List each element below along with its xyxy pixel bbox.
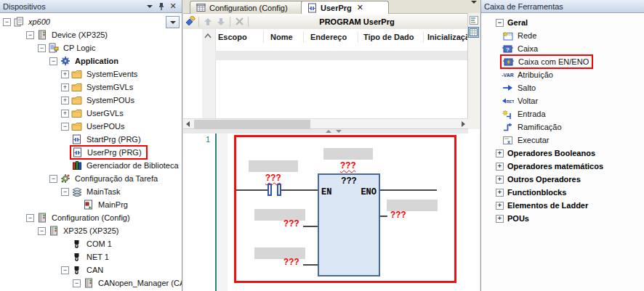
collapse-minus-icon[interactable]: −	[3, 18, 11, 26]
toolbox-item-caixa[interactable]: ?Caixa	[481, 42, 644, 55]
collapse-minus-icon[interactable]: −	[38, 44, 46, 52]
expand-plus-icon[interactable]: +	[496, 163, 504, 171]
expand-plus-icon[interactable]: +	[61, 83, 69, 91]
collapse-minus-icon[interactable]: −	[61, 123, 69, 131]
tab-configuration[interactable]: Configuration (Config)	[190, 1, 309, 14]
contact-var-placeholder[interactable]	[249, 160, 298, 172]
collapse-minus-icon[interactable]: −	[61, 266, 69, 274]
move-up-button[interactable]	[201, 15, 214, 28]
tab-close-icon[interactable]: ✕	[357, 3, 363, 12]
close-panel-button[interactable]: ✕	[167, 1, 179, 12]
column-header-endere-o[interactable]: Endereço	[310, 33, 347, 41]
expand-plus-icon[interactable]: +	[496, 176, 504, 184]
tree-item-maintask[interactable]: −MainTask	[0, 185, 182, 198]
tabular-view-button[interactable]	[468, 27, 479, 38]
tree-item-userprg-prg[interactable]: −UserPrg (PRG)	[0, 146, 182, 159]
expand-plus-icon[interactable]: +	[61, 97, 69, 104]
toolbox-item-atribui-o[interactable]: -VARAtribuição	[481, 68, 644, 81]
column-header-escopo[interactable]: Escopo	[218, 33, 247, 41]
input1-label[interactable]: ???	[283, 220, 299, 229]
expand-plus-icon[interactable]: +	[496, 189, 504, 197]
tree-item-cp-logic[interactable]: −CP Logic	[0, 41, 182, 54]
toolbox-item-executar[interactable]: xExecutar	[481, 134, 644, 147]
tree-item-xp325-xp325[interactable]: −XP325 (XP325)	[0, 224, 182, 237]
scroll-left-button[interactable]	[183, 119, 193, 128]
collapse-minus-icon[interactable]: −	[49, 175, 57, 183]
contact-var-label[interactable]: ???	[265, 174, 281, 183]
tree-item-device-xp325[interactable]: −Device (XP325)	[0, 28, 182, 41]
toolbox-group-elementos-de-ladder[interactable]: +Elementos de Ladder	[481, 199, 644, 212]
toolbox-item-salto[interactable]: Salto	[481, 81, 644, 94]
function-block-name[interactable]: ???	[319, 176, 379, 187]
column-header-inicializa[interactable]: Inicializaçã	[427, 33, 468, 41]
declaration-empty-row[interactable]	[215, 51, 468, 60]
scrollbar-thumb[interactable]	[194, 120, 310, 128]
tree-item-systemgvls[interactable]: +SystemGVLs	[0, 81, 182, 94]
toolbox-item-ramifica-o[interactable]: Ramificação	[481, 120, 644, 134]
delete-button[interactable]	[233, 15, 246, 28]
scroll-right-button[interactable]	[459, 119, 468, 128]
tree-item-configuration-config[interactable]: −Configuration (Config)	[0, 211, 182, 224]
collapse-minus-icon[interactable]: −	[26, 214, 34, 222]
device-combo-dropdown[interactable]	[166, 16, 180, 28]
toolbox-group-outros-operadores[interactable]: +Outros Operadores	[481, 173, 644, 186]
tree-item-configura-o-da-tarefa[interactable]: −Configuração da Tarefa	[0, 172, 182, 185]
atribuicao-icon: -VAR	[502, 70, 514, 80]
collapse-minus-icon[interactable]: −	[496, 19, 504, 27]
input2-label[interactable]: ???	[283, 258, 299, 267]
ladder-editor[interactable]: 1 ??? ??? ??? EN ENO ??? ???	[183, 134, 480, 291]
box-var-placeholder[interactable]	[323, 148, 373, 160]
toolbox-item-rede[interactable]: Rede	[481, 29, 644, 42]
expand-plus-icon[interactable]: +	[496, 215, 504, 223]
textual-view-button[interactable]	[468, 15, 479, 25]
toolbox-group-pous[interactable]: +POUs	[481, 212, 644, 225]
tree-item-usergvls[interactable]: +UserGVLs	[0, 107, 182, 120]
tree-item-xp600[interactable]: −xp600	[0, 15, 182, 28]
tree-item-mainprg[interactable]: −MainPrg	[0, 198, 182, 211]
contact-bar-left[interactable]	[267, 184, 272, 196]
output1-label[interactable]: ???	[390, 211, 406, 220]
pin-button[interactable]	[156, 1, 167, 12]
column-header-nome[interactable]: Nome	[270, 33, 293, 41]
toolbox-item-caixa-com-en-eno[interactable]: Caixa com EN/ENO	[481, 55, 644, 68]
tree-item-userpous[interactable]: −UserPOUs	[0, 120, 182, 133]
column-header-tipo-de-dado[interactable]: Tipo de Dado	[363, 33, 414, 41]
toolbox-group-operadores-booleanos[interactable]: +Operadores Booleanos	[481, 147, 644, 160]
collapse-chevron-icon[interactable]	[204, 31, 212, 40]
toolbox-group-operadores-matem-ticos[interactable]: +Operadores matemáticos	[481, 160, 644, 173]
tab-userprg[interactable]: UserPrg ✕	[301, 1, 389, 14]
expand-plus-icon[interactable]: +	[61, 70, 69, 78]
collapse-minus-icon[interactable]: −	[49, 57, 57, 65]
collapse-minus-icon[interactable]: −	[73, 279, 81, 287]
tree-item-systempous[interactable]: +SystemPOUs	[0, 94, 182, 107]
collapse-minus-icon[interactable]: −	[38, 227, 46, 235]
edit-declaration-button[interactable]	[183, 15, 196, 28]
toolbox-item-entrada[interactable]: Entrada	[481, 107, 644, 120]
expand-plus-icon[interactable]: +	[496, 202, 504, 210]
box-var-label[interactable]: ???	[340, 162, 356, 171]
collapse-minus-icon[interactable]: −	[61, 188, 69, 196]
toolbox-group-geral[interactable]: −Geral	[481, 16, 644, 29]
toolbox-item-voltar[interactable]: RETVoltar	[481, 94, 644, 107]
tree-item-application[interactable]: −Application	[0, 54, 182, 67]
expand-plus-icon[interactable]: +	[61, 110, 69, 118]
tree-item-gerenciador-de-biblioteca[interactable]: −Gerenciador de Biblioteca	[0, 159, 182, 172]
tree-item-can[interactable]: −CAN	[0, 263, 182, 276]
toolbox-group-functionblocks[interactable]: +Functionblocks	[481, 186, 644, 199]
output1-placeholder[interactable]	[387, 200, 438, 211]
tree-item-canopen-manager-can[interactable]: −CANopen_Manager (CAN	[0, 276, 182, 290]
panel-menu-button[interactable]	[144, 1, 156, 12]
tree-item-net-1[interactable]: −NET 1	[0, 250, 182, 263]
toolbox-item-label: Entrada	[518, 110, 546, 118]
tree-item-label: NET 1	[85, 253, 110, 261]
tree-item-startprg-prg[interactable]: −StartPrg (PRG)	[0, 133, 182, 146]
expand-plus-icon[interactable]: +	[496, 149, 504, 157]
collapse-minus-icon[interactable]: −	[26, 31, 34, 39]
tree-item-com-1[interactable]: −COM 1	[0, 237, 182, 250]
function-block[interactable]: ??? EN ENO	[318, 173, 380, 276]
horizontal-scrollbar[interactable]	[183, 118, 468, 129]
tab-list-button[interactable]	[471, 4, 477, 12]
toolbox-group-label: Operadores Booleanos	[507, 149, 595, 157]
tree-item-systemevents[interactable]: +SystemEvents	[0, 67, 182, 81]
move-down-button[interactable]	[214, 15, 228, 28]
